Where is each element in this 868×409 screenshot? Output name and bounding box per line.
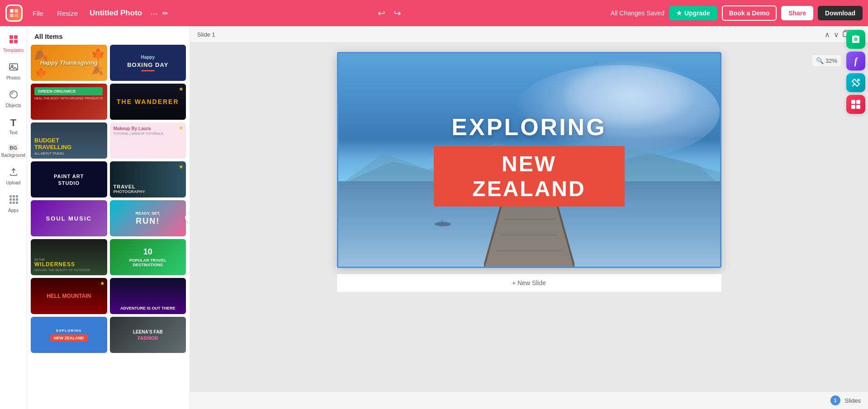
share-button[interactable]: Share xyxy=(781,6,813,20)
right-icon-green[interactable] xyxy=(846,30,865,49)
star-badge-hell: ★ xyxy=(100,280,105,287)
text-icon: T xyxy=(10,117,16,129)
sidebar-item-apps[interactable]: Apps xyxy=(1,191,26,216)
photos-label: Photos xyxy=(6,75,20,80)
svg-rect-4 xyxy=(9,35,13,39)
zoom-indicator: 🔍 32% xyxy=(812,55,841,66)
undo-button[interactable]: ↩ xyxy=(378,8,385,19)
templates-header: All Items xyxy=(27,26,190,45)
topbar-right: All Changes Saved ★ Upgrade Book a Demo … xyxy=(611,5,863,21)
template-makeup-by-laura[interactable]: ★ Makeup By Laura TUTORIAL | MAKEUP TUTO… xyxy=(110,122,186,159)
right-icon-purple[interactable]: f xyxy=(846,52,865,71)
menu-resize[interactable]: Resize xyxy=(52,7,83,20)
more-options-icon[interactable]: ··· xyxy=(148,8,160,19)
slide-wrapper[interactable]: EXPLORING NEW ZEALAND xyxy=(337,52,721,268)
template-budget-travelling[interactable]: BUDGETTRAVELLING ALL ABOUT TRAVEL xyxy=(31,122,107,159)
canvas-top-bar: Slide 1 ∧ ∨ xyxy=(190,26,868,43)
topbar-center: ↩ ↪ xyxy=(173,8,606,19)
zoom-level: 32% xyxy=(825,57,837,64)
svg-rect-15 xyxy=(16,198,18,201)
sidebar-item-upload[interactable]: Upload xyxy=(1,163,26,189)
new-slide-button[interactable]: + New Slide xyxy=(337,273,721,292)
download-button[interactable]: Download xyxy=(818,6,863,20)
app-logo[interactable] xyxy=(5,5,23,22)
sidebar-item-objects[interactable]: Objects xyxy=(1,86,26,112)
template-ready-set-run[interactable]: READY, SET, RUN! xyxy=(110,200,186,236)
book-demo-button[interactable]: Book a Demo xyxy=(722,5,777,21)
svg-rect-5 xyxy=(14,35,18,39)
background-label: Background xyxy=(1,153,25,158)
template-soul-music[interactable]: SOUL MUSIC xyxy=(31,200,107,236)
pier-structure xyxy=(484,171,574,267)
sidebar-item-photos[interactable]: Photos xyxy=(1,58,26,84)
upgrade-star-icon: ★ xyxy=(676,9,682,17)
canvas-scroll[interactable]: EXPLORING NEW ZEALAND + New Slide xyxy=(190,43,868,391)
template-wanderer[interactable]: ★ THE WANDERER xyxy=(110,84,186,120)
templates-icon xyxy=(9,34,19,47)
templates-panel: All Items 🍂 🍁 🍁 🍂 Happy Thanks xyxy=(27,26,190,409)
main-layout: Templates Photos Objects T xyxy=(0,26,868,409)
sidebar-item-background[interactable]: BG Background xyxy=(1,141,26,161)
photos-icon xyxy=(9,62,19,74)
template-green-organics[interactable]: GREEN ORGANICS HEAL THE BODY WITH ORGANI… xyxy=(31,84,107,120)
background-icon: BG xyxy=(8,144,19,151)
template-exploring-nz[interactable]: EXPLORING NEW ZEALAND xyxy=(31,317,107,353)
sidebar-item-text[interactable]: T Text xyxy=(1,113,26,139)
slide-up-button[interactable]: ∧ xyxy=(825,30,830,39)
slide-label: Slide 1 xyxy=(197,31,215,38)
right-icon-red[interactable] xyxy=(846,95,865,114)
star-badge-makeup: ★ xyxy=(179,125,184,131)
template-leena-fashion[interactable]: LEENA'S FAB FASHION xyxy=(110,317,186,353)
save-status: All Changes Saved xyxy=(611,9,664,17)
svg-rect-14 xyxy=(13,198,15,201)
slides-strip: 1 Slides xyxy=(190,391,868,409)
template-paint-art-studio[interactable]: PAINT ART STUDIO xyxy=(31,161,107,197)
topbar: File Resize Untitled Photo ··· ✏ ↩ ↪ All… xyxy=(0,0,868,26)
new-slide-container: + New Slide xyxy=(337,273,721,292)
template-boxing-day[interactable]: Happy BOXING DAY xyxy=(110,45,186,81)
svg-rect-7 xyxy=(14,40,18,43)
slide-canvas[interactable]: EXPLORING NEW ZEALAND xyxy=(337,52,721,268)
svg-rect-39 xyxy=(441,220,442,224)
zoom-icon: 🔍 xyxy=(816,57,824,64)
svg-marker-24 xyxy=(509,169,550,183)
upload-icon xyxy=(9,167,19,179)
svg-rect-44 xyxy=(851,105,855,109)
templates-label: Templates xyxy=(3,48,24,53)
topbar-menu: File Resize Untitled Photo ··· ✏ xyxy=(27,7,168,20)
svg-rect-3 xyxy=(14,14,18,17)
redo-button[interactable]: ↪ xyxy=(394,8,401,19)
svg-rect-45 xyxy=(856,105,860,109)
svg-rect-12 xyxy=(16,195,18,197)
upgrade-button[interactable]: ★ Upgrade xyxy=(669,6,717,20)
templates-grid-wrapper[interactable]: 🍂 🍁 🍁 🍂 Happy Thanksgiving Happy xyxy=(27,45,190,409)
svg-point-41 xyxy=(857,79,860,81)
template-travel-photography[interactable]: ★ TRAVEL PHOTOGRAPHY xyxy=(110,161,186,197)
template-adventure[interactable]: ADVENTURE IS OUT THERE xyxy=(110,278,186,314)
template-wilderness[interactable]: IN THE WILDERNESS MOVING THE BEAUTY OF O… xyxy=(31,239,107,275)
apps-icon xyxy=(9,194,19,207)
svg-rect-6 xyxy=(9,40,13,43)
svg-rect-10 xyxy=(9,195,12,197)
menu-file[interactable]: File xyxy=(27,7,49,20)
svg-rect-18 xyxy=(16,202,18,204)
right-icon-teal[interactable] xyxy=(846,73,865,92)
svg-rect-1 xyxy=(14,9,18,13)
sidebar-item-templates[interactable]: Templates xyxy=(1,31,26,56)
svg-rect-16 xyxy=(9,202,12,204)
edit-icon[interactable]: ✏ xyxy=(162,9,168,18)
objects-icon xyxy=(9,89,19,102)
canvas-container: EXPLORING NEW ZEALAND + New Slide xyxy=(199,52,859,292)
svg-rect-11 xyxy=(13,195,15,197)
upload-label: Upload xyxy=(6,180,21,185)
template-hell-mountain[interactable]: ★ HELL MOUNTAIN xyxy=(31,278,107,314)
svg-rect-43 xyxy=(856,100,860,104)
left-sidebar: Templates Photos Objects T xyxy=(0,26,27,409)
template-thanksgiving[interactable]: 🍂 🍁 🍁 🍂 Happy Thanksgiving xyxy=(31,45,107,81)
slide-down-button[interactable]: ∨ xyxy=(834,30,839,39)
slides-label: Slides xyxy=(845,397,861,404)
svg-rect-13 xyxy=(9,198,12,201)
template-popular-travel[interactable]: 10 POPULAR TRAVELDESTINATIONS xyxy=(110,239,186,275)
star-badge-travel: ★ xyxy=(179,164,184,170)
star-badge: ★ xyxy=(179,86,184,92)
